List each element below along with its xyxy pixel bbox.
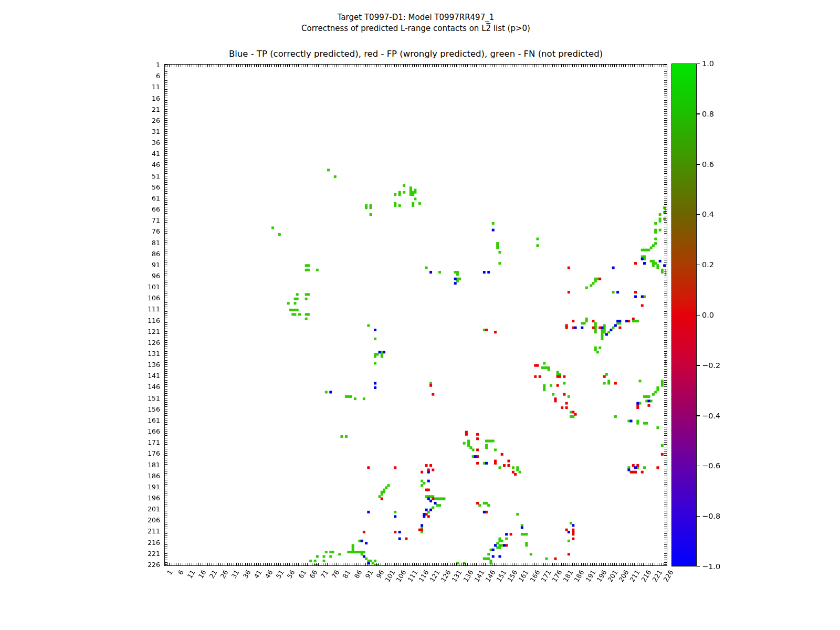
y-tick-label: 121	[128, 328, 160, 335]
y-tick-label: 66	[128, 206, 160, 213]
colorbar-tick	[697, 566, 700, 568]
colorbar-tick	[697, 64, 700, 65]
y-tick-label: 96	[128, 272, 160, 280]
y-tick-label: 26	[128, 117, 160, 124]
y-tick-label: 126	[128, 339, 160, 346]
y-tick-label: 6	[128, 72, 160, 80]
y-tick-label: 11	[128, 83, 160, 91]
colorbar-tick	[697, 265, 700, 266]
y-tick-label: 56	[128, 184, 160, 191]
colorbar-tick-label: −0.4	[702, 412, 720, 420]
y-tick-label: 191	[128, 484, 160, 491]
y-tick-label: 51	[128, 173, 160, 180]
axes-title-legend: Blue - TP (correctly predicted), red - F…	[0, 49, 832, 59]
y-tick-label: 101	[128, 284, 160, 291]
colorbar-tick-label: 0.2	[702, 260, 714, 269]
y-tick-label: 206	[128, 517, 160, 524]
colorbar-tick	[697, 516, 700, 517]
y-tick-label: 196	[128, 495, 160, 502]
y-tick-label: 21	[128, 106, 160, 113]
y-tick-label: 81	[128, 239, 160, 247]
y-tick-label: 111	[128, 306, 160, 313]
y-tick-label: 201	[128, 506, 160, 513]
colorbar-tick-label: 1.0	[702, 59, 714, 68]
y-tick-label: 31	[128, 128, 160, 135]
colorbar-tick-label: −1.0	[702, 562, 720, 571]
contact-map-plot-area	[164, 64, 667, 566]
colorbar-tick	[697, 415, 700, 416]
y-tick-label: 116	[128, 317, 160, 324]
y-tick-label: 91	[128, 261, 160, 269]
colorbar-tick	[697, 365, 700, 366]
colorbar-tick	[697, 315, 700, 316]
colorbar-tick-label: 0.0	[702, 311, 714, 319]
figure-title-line2: Correctness of predicted L-range contact…	[0, 24, 832, 33]
y-tick-label: 216	[128, 539, 160, 547]
y-tick-label: 166	[128, 428, 160, 435]
y-tick-label: 16	[128, 95, 160, 102]
y-tick-label: 76	[128, 228, 160, 235]
y-tick-label: 226	[128, 561, 160, 569]
colorbar-tick	[697, 466, 700, 467]
y-tick-label: 131	[128, 350, 160, 358]
colorbar-tick	[697, 113, 700, 114]
colorbar-tick	[697, 214, 700, 215]
colorbar-tick-label: −0.6	[702, 461, 720, 470]
y-tick-label: 106	[128, 295, 160, 302]
y-tick-label: 71	[128, 217, 160, 224]
y-tick-label: 136	[128, 361, 160, 369]
y-tick-label: 41	[128, 150, 160, 158]
colorbar-tick	[697, 164, 700, 165]
y-tick-label: 146	[128, 383, 160, 391]
colorbar-tick-label: 0.4	[702, 210, 714, 218]
colorbar-tick-label: −0.8	[702, 512, 720, 520]
y-tick-label: 181	[128, 461, 160, 469]
colorbar-tick-label: 0.6	[702, 160, 714, 169]
y-tick-label: 221	[128, 550, 160, 558]
colorbar	[671, 64, 697, 566]
y-tick-label: 171	[128, 439, 160, 446]
y-tick-label: 211	[128, 528, 160, 535]
y-tick-label: 186	[128, 472, 160, 480]
y-tick-label: 86	[128, 250, 160, 258]
y-tick-label: 151	[128, 395, 160, 402]
y-tick-label: 36	[128, 139, 160, 146]
y-tick-label: 161	[128, 417, 160, 424]
contact-map-canvas	[165, 65, 666, 565]
y-tick-label: 1	[128, 61, 160, 69]
y-tick-label: 46	[128, 161, 160, 169]
figure-canvas: { "figure": { "title_line1": "Target T09…	[0, 0, 840, 630]
y-tick-label: 156	[128, 406, 160, 413]
y-tick-label: 176	[128, 450, 160, 457]
y-tick-label: 61	[128, 195, 160, 202]
figure-title-line1: Target T0997-D1: Model T0997RR497_1	[0, 13, 832, 22]
y-tick-label: 141	[128, 372, 160, 380]
colorbar-tick-label: −0.2	[702, 361, 720, 370]
colorbar-tick-label: 0.8	[702, 110, 714, 118]
